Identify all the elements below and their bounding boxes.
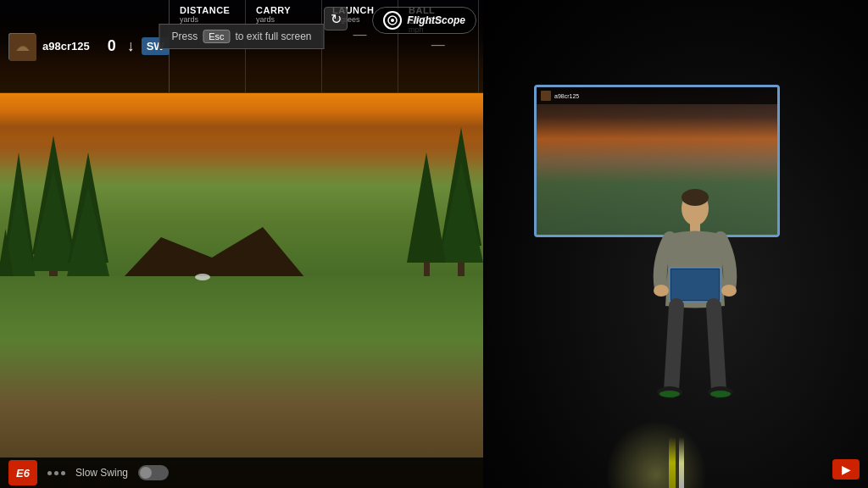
arrow-down-icon[interactable]: ↓	[127, 37, 135, 55]
slow-swing-toggle[interactable]	[138, 465, 169, 480]
play-icon: ▶	[842, 463, 851, 476]
svg-point-23	[721, 285, 737, 297]
svg-rect-25	[671, 269, 719, 300]
play-button[interactable]: ▶	[832, 459, 860, 480]
stat-carry-unit: yards	[256, 15, 311, 24]
fairway	[0, 276, 483, 488]
svg-marker-8	[66, 186, 110, 280]
floor-light	[605, 420, 707, 488]
golf-ball-marker	[195, 274, 210, 280]
bottom-bar: E6 Slow Swing	[0, 458, 483, 488]
dot-1	[47, 471, 52, 475]
fullscreen-message-text: to exit full screen	[235, 30, 311, 42]
dot-3	[61, 471, 65, 475]
slow-swing-label: Slow Swing	[75, 467, 128, 479]
toggle-knob	[140, 467, 152, 479]
svg-point-29	[710, 391, 731, 397]
flightscope-logo: FlightScope	[372, 7, 476, 34]
svg-marker-15	[407, 152, 446, 263]
stat-ball-speed-value: —	[409, 37, 468, 53]
e6-logo: E6	[8, 460, 37, 485]
player-name: a98cr125	[42, 40, 90, 53]
stat-back-spin: BACK SPIN rpm —	[479, 0, 483, 92]
stat-carry-label: CARRY	[256, 5, 311, 15]
player-score: 0	[103, 37, 120, 55]
svg-point-20	[682, 189, 709, 206]
svg-marker-13	[439, 161, 483, 263]
floor-stripe-white	[679, 437, 684, 488]
presenter-person	[644, 187, 746, 441]
camera-view: a98cr125 ▶	[483, 0, 868, 488]
golf-sim-view: a98cr125 0 ↓ SW DISTANCE yards — CARRY y…	[0, 0, 483, 488]
player-section: a98cr125 0 ↓ SW	[0, 0, 170, 92]
stat-distance-label: DISTANCE	[180, 5, 235, 15]
svg-point-18	[391, 19, 394, 22]
flightscope-circle-icon	[383, 11, 402, 30]
dot-2	[54, 471, 58, 475]
refresh-button[interactable]: ↻	[324, 7, 348, 30]
svg-point-28	[659, 391, 680, 397]
dots-menu[interactable]	[47, 471, 65, 475]
fullscreen-press-text: Press	[171, 30, 198, 42]
svg-point-22	[654, 285, 669, 297]
player-avatar	[8, 33, 36, 60]
esc-key-badge: Esc	[203, 30, 230, 43]
flightscope-text: FlightScope	[407, 14, 465, 26]
floor-stripe-yellow	[669, 437, 676, 488]
stat-distance-unit: yards	[180, 15, 235, 24]
fullscreen-notification: Press Esc to exit full screen	[159, 24, 324, 49]
